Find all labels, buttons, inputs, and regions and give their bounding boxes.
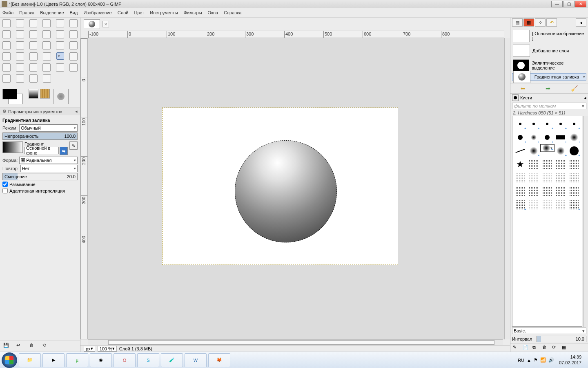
- tool-move[interactable]: [69, 30, 78, 38]
- offset-slider[interactable]: Смещение 20.0: [2, 173, 78, 180]
- close-button[interactable]: ✕: [575, 1, 586, 7]
- taskbar-chrome-icon[interactable]: ◉: [90, 353, 112, 367]
- tool-perspective-clone[interactable]: [2, 74, 11, 83]
- tool-foreground[interactable]: [2, 30, 11, 38]
- ruler-vertical[interactable]: 0 100 200 300 400: [80, 38, 88, 339]
- tool-text[interactable]: [29, 52, 38, 61]
- menu-edit[interactable]: Правка: [19, 10, 34, 15]
- minimize-button[interactable]: —: [551, 1, 563, 7]
- active-gradient[interactable]: [29, 89, 38, 99]
- unit-select[interactable]: px ▾: [84, 346, 95, 352]
- ruler-horizontal[interactable]: -100 0 100 200 300 400 500 600 700 800: [88, 31, 504, 38]
- panel-menu-icon[interactable]: ◂: [75, 109, 78, 114]
- active-pattern[interactable]: [40, 89, 50, 99]
- fg-color[interactable]: [2, 89, 17, 99]
- restore-preset-icon[interactable]: ↩: [16, 343, 24, 350]
- open-brush-icon[interactable]: ▦: [562, 345, 568, 350]
- tray-network-icon[interactable]: 📶: [540, 357, 546, 363]
- history-item[interactable]: Добавление слоя: [512, 44, 586, 58]
- menu-file[interactable]: Файл: [2, 10, 13, 15]
- repeat-select[interactable]: Нет: [20, 165, 78, 172]
- brushes-menu-icon[interactable]: ◂: [584, 95, 586, 101]
- tool-by-color[interactable]: [56, 19, 64, 27]
- gradient-reverse-icon[interactable]: ⇆: [60, 147, 68, 155]
- undo-icon[interactable]: ⬅: [521, 85, 526, 92]
- menu-view[interactable]: Вид: [70, 10, 78, 15]
- taskbar-utorrent-icon[interactable]: µ: [66, 353, 88, 367]
- delete-preset-icon[interactable]: 🗑: [29, 343, 37, 350]
- tool-ellipse-select[interactable]: [16, 19, 24, 27]
- tool-cage[interactable]: [16, 52, 24, 61]
- dock-tab-channels-icon[interactable]: ▦: [523, 18, 534, 27]
- tray-lang[interactable]: RU: [518, 358, 524, 363]
- menu-help[interactable]: Справка: [224, 10, 241, 15]
- tool-free-select[interactable]: [29, 19, 38, 27]
- tray-sound-icon[interactable]: 🔊: [548, 357, 554, 363]
- tool-smudge[interactable]: [29, 74, 38, 83]
- tool-scale[interactable]: [42, 41, 51, 49]
- tool-rotate[interactable]: [29, 41, 38, 49]
- tool-fuzzy-select[interactable]: [42, 19, 51, 27]
- tool-blur[interactable]: [16, 74, 24, 83]
- taskbar-skype-icon[interactable]: S: [137, 353, 159, 367]
- taskbar-opera-icon[interactable]: O: [114, 353, 136, 367]
- tool-gradient[interactable]: [56, 52, 64, 60]
- opacity-slider[interactable]: Непрозрачность 100.0: [2, 132, 78, 140]
- tool-eraser[interactable]: [16, 63, 24, 72]
- menu-image[interactable]: Изображение: [83, 10, 111, 15]
- reset-preset-icon[interactable]: ⟲: [42, 343, 50, 350]
- tool-crop[interactable]: [16, 41, 24, 49]
- tool-align[interactable]: [2, 41, 11, 49]
- canvas[interactable]: [162, 108, 398, 265]
- tool-scissors[interactable]: [69, 19, 78, 27]
- menu-layer[interactable]: Слой: [118, 10, 129, 15]
- taskbar-app1-icon[interactable]: 🧪: [161, 353, 183, 367]
- tool-paintbrush[interactable]: [2, 63, 11, 72]
- save-preset-icon[interactable]: 💾: [3, 343, 11, 350]
- dock-tab-undo-icon[interactable]: ↶: [546, 18, 557, 27]
- tool-shear[interactable]: [56, 41, 64, 49]
- gradient-select[interactable]: Основной в фоно: [24, 147, 59, 154]
- taskbar-gimp-icon[interactable]: 🦊: [208, 353, 230, 367]
- active-brush[interactable]: [53, 89, 69, 104]
- menu-select[interactable]: Выделение: [40, 10, 64, 15]
- tool-color-picker[interactable]: [29, 30, 38, 38]
- edit-brush-icon[interactable]: ✎: [513, 345, 519, 350]
- dock-menu-icon[interactable]: ◂: [576, 18, 586, 27]
- new-brush-icon[interactable]: 📄: [523, 345, 528, 350]
- start-button[interactable]: [2, 352, 17, 368]
- gradient-thumb[interactable]: [2, 141, 23, 153]
- history-item[interactable]: Эллиптическое выделение: [512, 58, 586, 72]
- tool-flip[interactable]: [2, 52, 11, 61]
- redo-icon[interactable]: ➡: [546, 85, 550, 92]
- zoom-select[interactable]: 100 % ▾: [98, 346, 117, 352]
- adaptive-checkbox[interactable]: Адаптивная интерполяция: [2, 188, 78, 193]
- tool-airbrush[interactable]: [29, 63, 38, 72]
- tool-pencil[interactable]: [69, 52, 78, 61]
- image-tab[interactable]: [84, 19, 100, 29]
- menu-tools[interactable]: Инструменты: [150, 10, 178, 15]
- shape-select[interactable]: Радиальная: [19, 157, 78, 164]
- scrollbar-horizontal[interactable]: [88, 339, 503, 345]
- taskbar-word-icon[interactable]: W: [185, 353, 207, 367]
- tool-dodge[interactable]: [43, 74, 51, 83]
- brush-filter-input[interactable]: фильтр по меткам: [512, 103, 586, 109]
- tool-paths[interactable]: [16, 30, 24, 38]
- menu-windows[interactable]: Окна: [208, 10, 218, 15]
- mode-select[interactable]: Обычный: [19, 124, 78, 132]
- scrollbar-vertical[interactable]: [504, 38, 510, 339]
- dup-brush-icon[interactable]: ⧉: [532, 345, 538, 350]
- brush-grid[interactable]: + + + + + + + + + + + + + + ★: [512, 116, 582, 327]
- tray-action-icon[interactable]: ⚑: [534, 357, 538, 363]
- image-tab-close-icon[interactable]: ✕: [102, 21, 109, 27]
- tool-ink[interactable]: [42, 63, 51, 72]
- tool-rect-select[interactable]: [2, 19, 11, 27]
- del-brush-icon[interactable]: 🗑: [542, 345, 548, 350]
- taskbar-explorer-icon[interactable]: 📁: [19, 353, 41, 367]
- tool-bucket[interactable]: [43, 52, 51, 61]
- canvas-viewport[interactable]: [88, 38, 504, 339]
- refresh-brush-icon[interactable]: ⟳: [552, 345, 558, 350]
- maximize-button[interactable]: ▢: [563, 1, 575, 7]
- tool-heal[interactable]: [69, 63, 78, 72]
- gradient-edit-icon[interactable]: ✎: [69, 141, 78, 150]
